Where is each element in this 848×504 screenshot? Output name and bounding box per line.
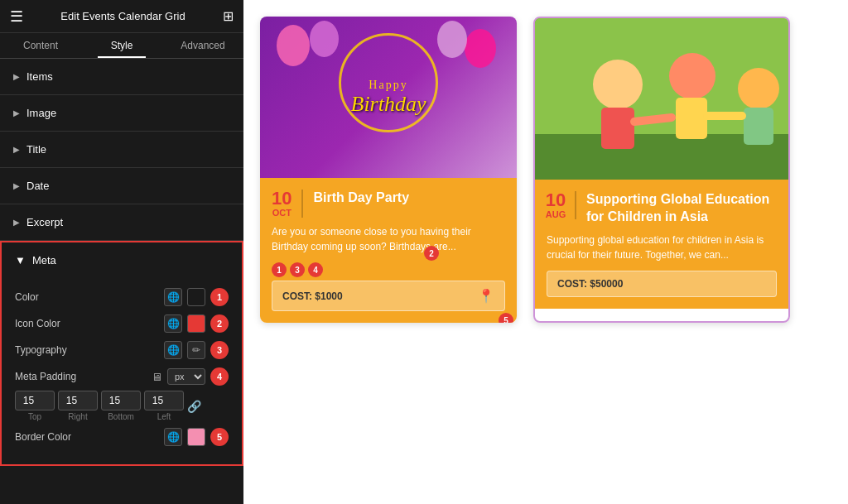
color-globe-button[interactable]: 🌐	[164, 288, 182, 306]
icon-color-globe-button[interactable]: 🌐	[164, 314, 182, 333]
birthday-cost: COST: $1000	[282, 290, 343, 302]
tab-content[interactable]: Content	[0, 33, 81, 58]
title-label: Title	[26, 143, 46, 156]
color-control-row: Color 🌐 1	[15, 288, 229, 306]
sidebar-section-date[interactable]: ▶ Date	[0, 168, 243, 204]
typography-globe-button[interactable]: 🌐	[164, 341, 182, 359]
typography-actions: 🌐 ✏ 3	[164, 341, 229, 359]
annotation-badge-1: 1	[272, 262, 287, 277]
padding-top-label: Top	[28, 412, 41, 421]
tab-advanced[interactable]: Advanced	[162, 33, 243, 58]
padding-field-top: Top	[15, 391, 55, 421]
hamburger-icon[interactable]: ☰	[10, 7, 23, 26]
padding-label: Meta Padding	[15, 371, 147, 382]
tab-style[interactable]: Style	[81, 33, 162, 58]
padding-bottom-input[interactable]	[101, 391, 141, 410]
badge-2: 2	[210, 314, 229, 333]
badge-1: 1	[210, 288, 229, 306]
svg-point-6	[738, 68, 779, 109]
annotation-badge-2: 2	[424, 246, 439, 261]
monitor-icon: 🖥	[152, 371, 162, 383]
padding-inputs: Top Right Bottom Left 🔗	[15, 391, 229, 421]
arrow-icon: ▶	[13, 72, 20, 81]
event-card-birthday: Happy Birthday 10 OCT Birth Day Party Ar…	[260, 17, 517, 323]
birthday-title: Birth Day Party	[313, 190, 409, 207]
padding-left-input[interactable]	[144, 391, 184, 410]
meta-label: Meta	[32, 254, 56, 266]
color-label: Color	[15, 291, 164, 303]
icon-color-control-row: Icon Color 🌐 2	[15, 314, 229, 333]
tabs-bar: Content Style Advanced	[0, 33, 243, 59]
typography-control-row: Typography 🌐 ✏ 3	[15, 341, 229, 359]
birthday-image: Happy Birthday	[260, 17, 517, 178]
padding-right-label: Right	[68, 412, 87, 421]
right-panel: Happy Birthday 10 OCT Birth Day Party Ar…	[243, 0, 848, 504]
padding-unit-select[interactable]: px em %	[167, 368, 205, 385]
education-title: Supporting Global Education for Children…	[586, 191, 777, 226]
arrow-down-icon: ▼	[15, 254, 26, 266]
sidebar-section-meta: ▼ Meta Color 🌐 1 Icon Color 🌐 2	[0, 241, 243, 466]
icon-color-swatch[interactable]	[187, 314, 205, 333]
padding-field-left: Left	[144, 391, 184, 421]
location-icon: 📍	[478, 288, 494, 304]
education-month: AUG	[546, 209, 566, 219]
border-color-globe-button[interactable]: 🌐	[164, 428, 182, 446]
arrow-icon: ▶	[13, 218, 20, 227]
padding-field-bottom: Bottom	[101, 391, 141, 421]
sidebar-section-image[interactable]: ▶ Image	[0, 95, 243, 132]
meta-header[interactable]: ▼ Meta	[2, 242, 242, 278]
padding-bottom-label: Bottom	[108, 412, 134, 421]
grid-icon[interactable]: ⊞	[223, 8, 234, 24]
education-excerpt: Supporting global education for children…	[547, 233, 777, 262]
event-card-education: 10 AUG Supporting Global Education for C…	[533, 17, 790, 323]
education-date-title: 10 AUG Supporting Global Education for C…	[547, 191, 777, 226]
border-color-label: Border Color	[15, 431, 164, 443]
top-bar: ☰ Edit Events Calendar Grid ⊞	[0, 0, 243, 33]
meta-content: Color 🌐 1 Icon Color 🌐 2 Typography	[2, 278, 242, 464]
birthday-date-title: 10 OCT Birth Day Party	[272, 190, 505, 218]
sidebar-section-items[interactable]: ▶ Items	[0, 59, 243, 95]
sidebar-section-title[interactable]: ▶ Title	[0, 132, 243, 168]
birthday-month: OCT	[272, 208, 292, 218]
padding-right-input[interactable]	[58, 391, 98, 410]
border-color-swatch[interactable]	[187, 428, 205, 446]
birthday-card-body: 10 OCT Birth Day Party Are you or someon…	[260, 178, 517, 323]
arrow-icon: ▶	[13, 108, 20, 118]
svg-point-4	[669, 53, 716, 99]
icon-color-label: Icon Color	[15, 318, 164, 329]
education-day: 10	[546, 191, 566, 209]
left-panel: ☰ Edit Events Calendar Grid ⊞ Content St…	[0, 0, 243, 504]
excerpt-label: Excerpt	[26, 216, 63, 228]
annotation-badge-3: 3	[290, 262, 305, 277]
cards-container: Happy Birthday 10 OCT Birth Day Party Ar…	[260, 17, 831, 323]
birthday-day: 10	[272, 190, 292, 208]
arrow-icon: ▶	[13, 181, 20, 190]
padding-control-row: Meta Padding 🖥 px em % 4 Top	[15, 367, 229, 421]
education-meta: COST: $50000	[547, 271, 777, 297]
annotation-badge-5: 5	[499, 313, 513, 323]
icon-color-actions: 🌐 2	[164, 314, 229, 333]
birthday-date: 10 OCT	[272, 190, 303, 218]
padding-field-right: Right	[58, 391, 98, 421]
education-date: 10 AUG	[547, 191, 576, 219]
arrow-icon: ▶	[13, 145, 20, 154]
panel-title: Edit Events Calendar Grid	[31, 10, 214, 22]
children-svg	[535, 18, 788, 180]
typography-pencil-button[interactable]: ✏	[187, 341, 205, 359]
sidebar-section-excerpt[interactable]: ▶ Excerpt	[0, 204, 243, 241]
annotation-badge-4: 4	[308, 262, 323, 277]
svg-point-2	[593, 60, 643, 109]
items-label: Items	[26, 70, 53, 83]
date-label: Date	[26, 180, 49, 192]
border-color-control-row: Border Color 🌐 5	[15, 428, 229, 446]
svg-rect-5	[676, 98, 707, 139]
birthday-meta: COST: $1000 📍	[272, 281, 505, 311]
birthday-excerpt: Are you or someone close to you having t…	[272, 224, 505, 254]
link-icon[interactable]: 🔗	[187, 400, 201, 413]
color-swatch[interactable]	[187, 288, 205, 306]
svg-line-8	[634, 118, 672, 122]
svg-rect-3	[601, 108, 634, 149]
typography-label: Typography	[15, 344, 164, 356]
badge-5: 5	[210, 428, 229, 446]
padding-top-input[interactable]	[15, 391, 55, 410]
